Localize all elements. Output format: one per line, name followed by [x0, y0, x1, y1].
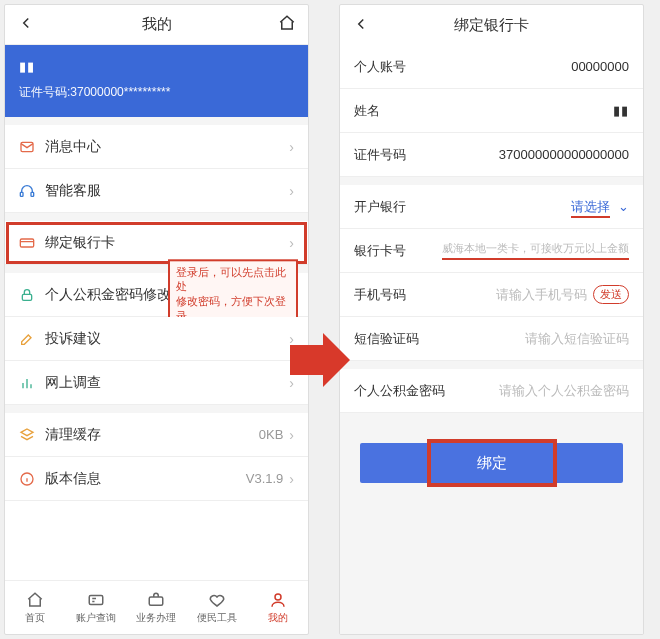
- briefcase-icon: [147, 591, 165, 609]
- row-feedback[interactable]: 投诉建议 ›: [5, 317, 308, 361]
- svg-rect-1: [20, 192, 23, 196]
- card-icon: [19, 235, 35, 251]
- user-name-masked: ▮▮: [19, 59, 294, 74]
- field-id-number: 证件号码 370000000000000000: [340, 133, 643, 177]
- svg-rect-13: [89, 595, 103, 604]
- chevron-right-icon: ›: [289, 183, 294, 199]
- user-hero: ▮▮ 证件号码:37000000**********: [5, 45, 308, 117]
- name-value-masked: ▮▮: [613, 103, 629, 118]
- right-nav-title: 绑定银行卡: [352, 16, 631, 35]
- house-icon: [26, 591, 44, 609]
- field-bank-select[interactable]: 开户银行 请选择 ⌄: [340, 185, 643, 229]
- submit-button[interactable]: 绑定: [360, 443, 623, 483]
- phone-right: 绑定银行卡 个人账号 00000000 姓名 ▮▮ 证件号码 370000000…: [339, 4, 644, 635]
- svg-point-17: [275, 594, 281, 600]
- send-sms-button[interactable]: 发送: [593, 285, 629, 304]
- user-icon: [269, 591, 287, 609]
- row-smart-service[interactable]: 智能客服 ›: [5, 169, 308, 213]
- svg-rect-5: [22, 294, 31, 300]
- field-phone[interactable]: 手机号码 请输入手机号码 发送: [340, 273, 643, 317]
- edit-icon: [19, 331, 35, 347]
- phone-left: 我的 ▮▮ 证件号码:37000000********** 消息中心 › 智能客…: [4, 4, 309, 635]
- field-sms-code[interactable]: 短信验证码 请输入短信验证码: [340, 317, 643, 361]
- info-icon: [19, 471, 35, 487]
- lock-icon: [19, 287, 35, 303]
- bank-select-value: 请选择: [571, 199, 610, 218]
- chevron-right-icon: ›: [289, 235, 294, 251]
- row-clear-cache[interactable]: 清理缓存 0KB ›: [5, 413, 308, 457]
- svg-rect-2: [31, 192, 34, 196]
- chart-icon: [19, 375, 35, 391]
- heart-icon: [208, 591, 226, 609]
- layers-icon: [19, 427, 35, 443]
- home-icon[interactable]: [278, 14, 296, 35]
- row-message-center[interactable]: 消息中心 ›: [5, 125, 308, 169]
- field-card-number[interactable]: 银行卡号 威海本地一类卡，可接收万元以上金额: [340, 229, 643, 273]
- tab-business[interactable]: 业务办理: [126, 581, 187, 634]
- field-account: 个人账号 00000000: [340, 45, 643, 89]
- version-value: V3.1.9: [246, 471, 284, 486]
- chevron-right-icon: ›: [289, 471, 294, 487]
- mail-icon: [19, 139, 35, 155]
- cache-value: 0KB: [259, 427, 284, 442]
- id-value: 370000000000000000: [499, 147, 629, 162]
- chevron-right-icon: ›: [289, 331, 294, 347]
- tab-tools[interactable]: 便民工具: [187, 581, 248, 634]
- sms-placeholder: 请输入短信验证码: [525, 330, 629, 348]
- right-nav: 绑定银行卡: [340, 5, 643, 45]
- tab-mine[interactable]: 我的: [247, 581, 308, 634]
- card-placeholder: 威海本地一类卡，可接收万元以上金额: [442, 241, 629, 260]
- row-version[interactable]: 版本信息 V3.1.9 ›: [5, 457, 308, 501]
- chevron-right-icon: ›: [289, 139, 294, 155]
- tab-account[interactable]: 账户查询: [66, 581, 127, 634]
- fund-pwd-placeholder: 请输入个人公积金密码: [499, 382, 629, 400]
- tab-bar: 首页 账户查询 业务办理 便民工具 我的: [5, 580, 308, 634]
- back-icon[interactable]: [17, 14, 35, 35]
- field-fund-password[interactable]: 个人公积金密码 请输入个人公积金密码: [340, 369, 643, 413]
- chevron-down-icon: ⌄: [618, 199, 629, 214]
- id-card-icon: [87, 591, 105, 609]
- headset-icon: [19, 183, 35, 199]
- chevron-right-icon: ›: [289, 375, 294, 391]
- left-nav-title: 我的: [35, 15, 278, 34]
- chevron-right-icon: ›: [289, 427, 294, 443]
- svg-rect-16: [150, 597, 164, 605]
- svg-rect-3: [20, 239, 33, 247]
- tab-home[interactable]: 首页: [5, 581, 66, 634]
- left-nav: 我的: [5, 5, 308, 45]
- row-survey[interactable]: 网上调查 ›: [5, 361, 308, 405]
- row-change-password[interactable]: 个人公积金密码修改 登录后，可以先点击此处 修改密码，方便下次登录: [5, 273, 308, 317]
- phone-placeholder: 请输入手机号码: [496, 286, 587, 304]
- account-value: 00000000: [571, 59, 629, 74]
- svg-marker-9: [21, 429, 33, 436]
- field-name: 姓名 ▮▮: [340, 89, 643, 133]
- user-id-line: 证件号码:37000000**********: [19, 84, 294, 101]
